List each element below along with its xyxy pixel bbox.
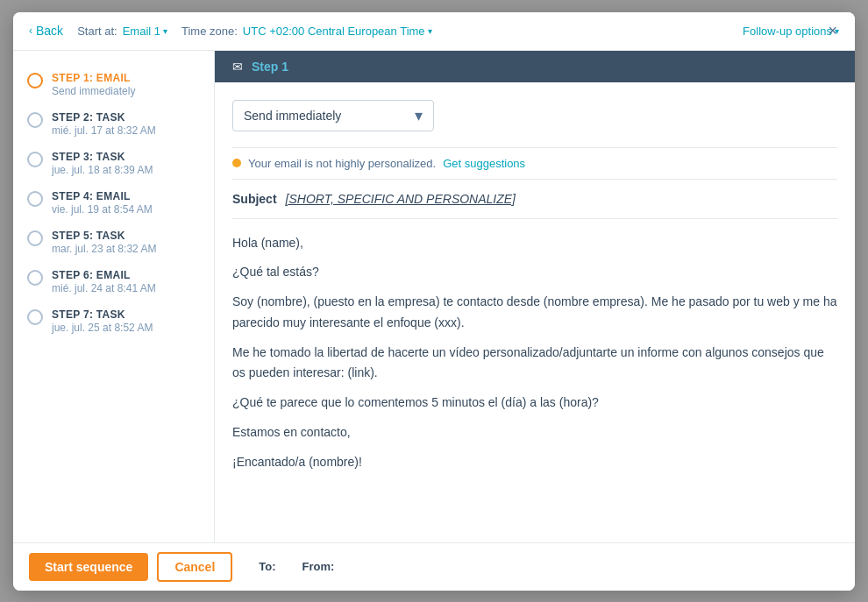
get-suggestions-link[interactable]: Get suggestions <box>443 157 525 170</box>
step-title-5: STEP 5: TASK <box>52 230 156 242</box>
step-subtitle-4: vie. jul. 19 at 8:54 AM <box>52 203 153 216</box>
personalization-text: Your email is not highly personalized. <box>248 157 436 170</box>
step-info-7: STEP 7: TASK jue. jul. 25 at 8:52 AM <box>52 308 153 334</box>
start-at-field: Start at: Email 1 ▾ <box>77 25 167 38</box>
email-body: Hola (name),¿Qué tal estás?Soy (nombre),… <box>232 233 837 473</box>
step-header-text: Step 1 <box>252 60 288 74</box>
timezone-label: Time zone: <box>181 25 238 38</box>
sidebar-step-2[interactable]: STEP 2: TASK mié. jul. 17 at 8:32 AM <box>13 104 214 144</box>
start-sequence-button[interactable]: Start sequence <box>29 553 148 581</box>
step-subtitle-5: mar. jul. 23 at 8:32 AM <box>52 243 156 255</box>
email-line-6: ¡Encantado/a (nombre)! <box>232 452 837 473</box>
modal-body: STEP 1: EMAIL Send immediately STEP 2: T… <box>13 51 855 542</box>
back-label: Back <box>36 24 63 38</box>
step-subtitle-3: jue. jul. 18 at 8:39 AM <box>52 164 153 176</box>
step-title-2: STEP 2: TASK <box>52 111 156 124</box>
email-line-2: Soy (nombre), (puesto en la empresa) te … <box>232 292 837 334</box>
step-circle-5 <box>27 230 43 246</box>
modal-footer: Start sequence Cancel To: From: <box>13 542 855 591</box>
step-subtitle-2: mié. jul. 17 at 8:32 AM <box>52 124 156 137</box>
email-line-5: Estamos en contacto, <box>232 422 837 443</box>
step-circle-4 <box>27 191 43 207</box>
sidebar-step-6[interactable]: STEP 6: EMAIL mié. jul. 24 at 8:41 AM <box>13 262 214 301</box>
back-button[interactable]: ‹ Back <box>29 24 63 38</box>
step-info-5: STEP 5: TASK mar. jul. 23 at 8:32 AM <box>52 230 156 255</box>
to-field: To: <box>259 560 275 573</box>
timezone-value[interactable]: UTC +02:00 Central European Time ▾ <box>243 25 432 38</box>
step-title-6: STEP 6: EMAIL <box>52 269 156 281</box>
email-line-3: Me he tomado la libertad de hacerte un v… <box>232 343 837 385</box>
warning-dot-icon <box>232 159 241 167</box>
subject-row: Subject [SHORT, SPECIFIC AND PERSONALIZE… <box>232 192 837 219</box>
start-at-value[interactable]: Email 1 ▾ <box>123 25 167 38</box>
sidebar-step-5[interactable]: STEP 5: TASK mar. jul. 23 at 8:32 AM <box>13 223 214 262</box>
main-content: ✉ Step 1 Send immediately ▾ Your email i… <box>215 51 855 542</box>
modal: ‹ Back Start at: Email 1 ▾ Time zone: UT… <box>13 12 855 591</box>
step-panel: Send immediately ▾ Your email is not hig… <box>215 82 855 542</box>
sidebar-step-4[interactable]: STEP 4: EMAIL vie. jul. 19 at 8:54 AM <box>13 183 214 223</box>
step-subtitle-6: mié. jul. 24 at 8:41 AM <box>52 282 156 294</box>
email-line-0: Hola (name), <box>232 233 837 254</box>
sidebar: STEP 1: EMAIL Send immediately STEP 2: T… <box>13 51 215 542</box>
step-info-4: STEP 4: EMAIL vie. jul. 19 at 8:54 AM <box>52 190 153 216</box>
sidebar-step-3[interactable]: STEP 3: TASK jue. jul. 18 at 8:39 AM <box>13 144 214 183</box>
sidebar-step-1[interactable]: STEP 1: EMAIL Send immediately <box>13 65 214 104</box>
step-subtitle-7: jue. jul. 25 at 8:52 AM <box>52 322 153 334</box>
cancel-button[interactable]: Cancel <box>157 552 232 582</box>
step-circle-1 <box>27 73 43 89</box>
topbar: ‹ Back Start at: Email 1 ▾ Time zone: UT… <box>13 12 855 51</box>
email-line-1: ¿Qué tal estás? <box>232 262 837 283</box>
subject-label: Subject <box>232 192 277 206</box>
from-label: From: <box>302 560 335 573</box>
subject-value[interactable]: [SHORT, SPECIFIC AND PERSONALIZE] <box>286 192 516 206</box>
topbar-left: ‹ Back Start at: Email 1 ▾ Time zone: UT… <box>29 24 432 38</box>
email-icon: ✉ <box>232 60 243 74</box>
step-circle-7 <box>27 309 43 325</box>
step-subtitle-1: Send immediately <box>52 85 135 97</box>
step-title-4: STEP 4: EMAIL <box>52 190 153 202</box>
close-button[interactable]: × <box>822 21 843 40</box>
step-info-1: STEP 1: EMAIL Send immediately <box>52 72 135 97</box>
step-title-7: STEP 7: TASK <box>52 308 153 321</box>
start-at-label: Start at: <box>77 25 117 38</box>
to-label: To: <box>259 560 275 573</box>
step-info-6: STEP 6: EMAIL mié. jul. 24 at 8:41 AM <box>52 269 156 294</box>
sidebar-step-7[interactable]: STEP 7: TASK jue. jul. 25 at 8:52 AM <box>13 301 214 341</box>
send-timing-dropdown-icon: ▾ <box>415 106 423 125</box>
step-circle-6 <box>27 270 43 286</box>
step-header: ✉ Step 1 <box>215 51 855 82</box>
step-info-2: STEP 2: TASK mié. jul. 17 at 8:32 AM <box>52 111 156 137</box>
email-line-4: ¿Qué te parece que lo comentemos 5 minut… <box>232 393 837 414</box>
send-timing-dropdown[interactable]: Send immediately ▾ <box>232 100 434 131</box>
timezone-field: Time zone: UTC +02:00 Central European T… <box>181 25 432 38</box>
step-info-3: STEP 3: TASK jue. jul. 18 at 8:39 AM <box>52 151 153 176</box>
personalization-notice: Your email is not highly personalized. G… <box>232 147 837 180</box>
timezone-dropdown-icon: ▾ <box>428 26 432 36</box>
step-circle-3 <box>27 152 43 167</box>
from-field: From: <box>302 560 335 573</box>
step-circle-2 <box>27 112 43 128</box>
step-title-3: STEP 3: TASK <box>52 151 153 163</box>
chevron-left-icon: ‹ <box>29 25 32 37</box>
start-at-dropdown-icon: ▾ <box>163 26 167 36</box>
step-title-1: STEP 1: EMAIL <box>52 72 135 84</box>
send-timing-value: Send immediately <box>244 109 341 123</box>
